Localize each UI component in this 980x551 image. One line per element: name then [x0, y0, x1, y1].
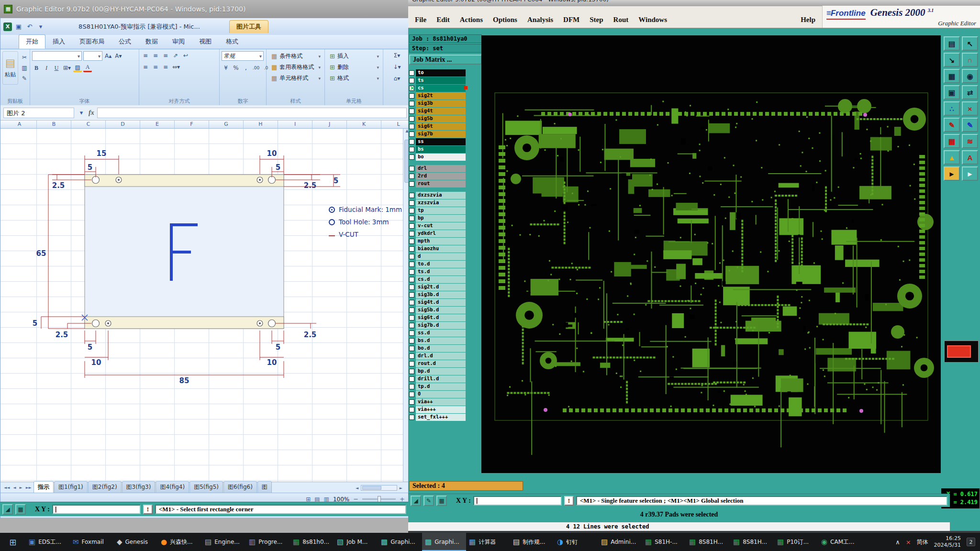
layer-row-bp.d[interactable]: bp.d [409, 367, 468, 375]
layer-checkbox[interactable] [409, 154, 414, 160]
layer-row-sig2t.d[interactable]: sig2t.d [409, 283, 468, 291]
snap-grid-icon[interactable]: ▦ [15, 504, 26, 515]
layer-row-rout.d[interactable]: rout.d [409, 360, 468, 367]
tray-x-icon[interactable]: × [906, 539, 911, 546]
overview-viewport[interactable] [947, 345, 971, 358]
layer-checkbox[interactable] [409, 331, 414, 336]
blue-pencil-icon[interactable]: ✎ [962, 118, 978, 132]
layer-row-via++[interactable]: via++ [409, 398, 468, 406]
style-button-0[interactable]: ▦条件格式▾ [268, 51, 323, 61]
percent-icon[interactable]: % [232, 64, 240, 72]
rgb-icon[interactable]: ∴ [944, 101, 960, 116]
layer-checkbox[interactable] [409, 384, 414, 389]
save-icon[interactable]: ▣ [14, 22, 23, 31]
ribbon-tab-4[interactable]: 数据 [138, 34, 165, 49]
formula-input[interactable] [97, 108, 407, 118]
draw-icon[interactable]: ✎ [423, 496, 434, 506]
cells-button-0[interactable]: ⊞插入▾ [327, 51, 382, 61]
layer-row-12[interactable] [409, 161, 468, 165]
align-bottom-icon[interactable]: ≡ [161, 51, 170, 60]
excel-app-icon[interactable]: X [3, 22, 12, 31]
align-center-icon[interactable]: ≡ [151, 63, 160, 71]
red-grid-icon[interactable]: ▦ [944, 134, 960, 148]
menu-options[interactable]: Options [493, 16, 517, 24]
border-icon[interactable]: ⊞▾ [62, 64, 72, 72]
layer-row-sig2t[interactable]: sig2t [409, 92, 468, 99]
layer-checkbox[interactable] [409, 285, 414, 290]
layer-checkbox[interactable] [409, 392, 414, 397]
align-left-icon[interactable]: ≡ [141, 63, 150, 71]
taskbar-item-10[interactable]: ▦ 计算器 [466, 533, 510, 551]
font-name-select[interactable]: ▾ [32, 51, 82, 61]
taskbar-item-8s81h0...[interactable]: ▦ 8s81h0... [290, 533, 334, 551]
layer-checkbox[interactable] [409, 376, 414, 382]
layer-checkbox[interactable] [409, 277, 414, 282]
layer-checkbox[interactable] [409, 139, 414, 144]
increase-font-icon[interactable]: A▴ [104, 52, 112, 60]
layer-row-ts[interactable]: ts [409, 77, 468, 84]
layer-checkbox[interactable] [409, 369, 414, 374]
wrap-text-icon[interactable]: ↩ [181, 51, 190, 60]
quick-access-dropdown-icon[interactable]: ▾ [36, 22, 45, 31]
red-pencil-icon[interactable]: ✎ [944, 118, 960, 132]
menu-step[interactable]: Step [590, 16, 603, 24]
layer-checkbox[interactable] [409, 166, 414, 171]
first-sheet-icon[interactable]: ◄◄ [2, 483, 11, 493]
xy-input[interactable]: | [52, 505, 141, 514]
paste-button[interactable]: ▤ 粘贴 [2, 51, 18, 85]
layer-checkbox[interactable] [409, 200, 414, 206]
last-sheet-icon[interactable]: ►► [24, 483, 33, 493]
taskbar-item-s81h-...[interactable]: ▦ S81H-... [642, 533, 686, 551]
layer-row-dxzszvia[interactable]: dxzszvia [409, 191, 468, 199]
increase-decimal-icon[interactable]: .00 [252, 64, 260, 72]
align-middle-icon[interactable]: ≡ [151, 51, 160, 60]
column-header-k[interactable]: K [347, 121, 381, 128]
layer-row-ss[interactable]: ss [409, 138, 468, 145]
job-matrix-button[interactable]: Job Matrix ... [409, 55, 482, 65]
fill-color-icon[interactable]: ▨ [73, 64, 82, 72]
menu-windows[interactable]: Windows [638, 16, 667, 24]
taskbar-item-8s81h...[interactable]: ▦ 8S81H... [686, 533, 730, 551]
menu-rout[interactable]: Rout [613, 16, 629, 24]
notification-badge[interactable]: 2 [967, 538, 975, 546]
layer-checkbox[interactable] [409, 346, 414, 351]
name-box-dropdown-icon[interactable]: ▾ [77, 109, 86, 117]
layer-row-bo.d[interactable]: bo.d [409, 344, 468, 352]
undo-icon[interactable]: ↶ [25, 22, 34, 31]
layer-row-ss.d[interactable]: ss.d [409, 329, 468, 337]
layer-checkbox[interactable] [409, 315, 414, 320]
sheet-tab-4-fig4[interactable]: 图4(fig4) [156, 481, 189, 493]
close-x-icon[interactable]: × [962, 101, 978, 116]
layer-row-cs.d[interactable]: cs.d [409, 276, 468, 283]
layer-checkbox[interactable] [409, 223, 414, 229]
layer-checkbox[interactable] [409, 124, 414, 129]
layer-row-drill.d[interactable]: drill.d [409, 375, 468, 383]
bold-icon[interactable]: B [32, 64, 41, 72]
column-header-b[interactable]: B [37, 121, 71, 128]
grip-icon[interactable]: ◢ [2, 504, 13, 515]
letter-a-icon[interactable]: A [962, 150, 978, 165]
scrollbar-thumb[interactable] [362, 486, 381, 490]
layer-checkbox[interactable] [409, 239, 414, 244]
menu-help[interactable]: Help [801, 16, 815, 28]
layer-row-sig7b.d[interactable]: sig7b.d [409, 321, 468, 329]
ribbon-tab-3[interactable]: 公式 [111, 34, 138, 49]
font-color-icon[interactable]: A [83, 64, 92, 72]
sheet-tab-0[interactable]: 指示 [33, 481, 54, 493]
layer-row-v-cut[interactable]: v-cut [409, 222, 468, 230]
sheet-tab-6-fig6[interactable]: 图6(fig6) [223, 481, 257, 493]
snap-grid-icon[interactable]: ▦ [436, 496, 447, 506]
taskbar-item-graphi...[interactable]: ▩ Graphi... [378, 533, 422, 551]
picture-tools-tab-header[interactable]: 图片工具 [229, 20, 268, 33]
ime-indicator[interactable]: 简体 [917, 538, 928, 546]
layer-checkbox[interactable] [409, 147, 414, 152]
layer-checkbox[interactable] [409, 399, 414, 405]
layer-checkbox[interactable] [409, 181, 414, 187]
column-header-d[interactable]: D [106, 121, 140, 128]
ribbon-tab-1[interactable]: 插入 [45, 34, 72, 49]
layer-row-sig4t[interactable]: sig4t [409, 107, 468, 115]
layer-checkbox[interactable] [409, 254, 414, 259]
taskbar-item-admini...[interactable]: ▨ Admini... [598, 533, 642, 551]
layer-row-sig3b.d[interactable]: sig3b.d [409, 291, 468, 298]
layer-checkbox[interactable] [409, 415, 414, 420]
